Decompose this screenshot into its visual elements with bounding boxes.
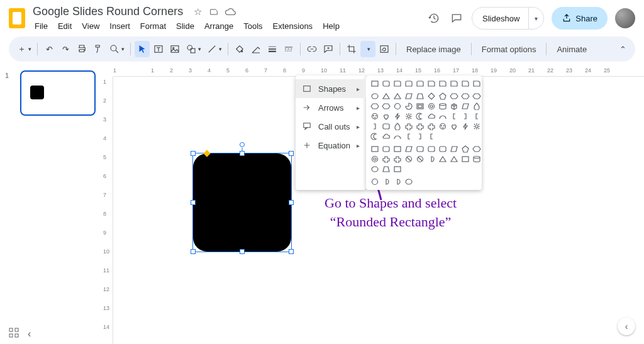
shape-option-smile[interactable]	[438, 122, 448, 131]
shape-option-rect[interactable]	[460, 155, 470, 164]
document-title[interactable]: Google Slides Round Corners	[30, 4, 186, 19]
shape-option-rrect[interactable]	[381, 122, 391, 131]
undo-button[interactable]: ↶	[42, 41, 57, 57]
shape-option-rrect[interactable]	[438, 145, 448, 153]
textbox-button[interactable]	[151, 41, 166, 57]
shape-option-snip[interactable]	[449, 79, 459, 88]
shape-option-ellipse[interactable]	[370, 92, 380, 101]
shape-option-donut[interactable]	[426, 102, 436, 111]
shape-option-cloud[interactable]	[381, 132, 391, 141]
shape-option-trap[interactable]	[381, 165, 391, 174]
menu-view[interactable]: View	[77, 20, 104, 32]
shape-option-tri[interactable]	[449, 155, 459, 164]
shape-option-diamond[interactable]	[426, 92, 436, 101]
menu-insert[interactable]: Insert	[105, 20, 135, 32]
history-icon[interactable]	[426, 11, 441, 26]
shape-option-tear[interactable]	[472, 102, 482, 111]
shape-option-ellipse[interactable]	[404, 177, 414, 186]
shape-option-round2[interactable]	[404, 79, 414, 88]
line-button[interactable]	[204, 41, 224, 57]
image-button[interactable]	[167, 41, 182, 57]
paint-format-button[interactable]	[91, 41, 106, 57]
shape-option-block[interactable]	[404, 155, 414, 164]
shape-option-tri[interactable]	[392, 92, 402, 101]
vertical-ruler[interactable]: 1234567891011121314	[101, 77, 113, 344]
shape-option-block[interactable]	[415, 155, 425, 164]
shape-option-plus[interactable]	[404, 122, 414, 131]
zoom-button[interactable]	[107, 41, 126, 57]
shape-option-tear[interactable]	[392, 122, 402, 131]
slideshow-dropdown[interactable]: ▾	[528, 8, 543, 29]
shape-option-pent[interactable]	[460, 145, 470, 153]
link-button[interactable]	[304, 41, 319, 57]
shape-option-donut[interactable]	[370, 155, 380, 164]
shape-option-paral[interactable]	[449, 145, 459, 153]
shape-option-rrect[interactable]	[381, 145, 391, 153]
comment-button[interactable]	[321, 41, 336, 57]
shape-option-can[interactable]	[438, 102, 448, 111]
shape-option-snip[interactable]	[460, 79, 470, 88]
menu-tools[interactable]: Tools	[239, 20, 267, 32]
select-tool-button[interactable]	[135, 41, 150, 57]
shape-option-hex[interactable]	[381, 102, 391, 111]
shape-option-half[interactable]	[426, 155, 436, 164]
menu-arrange[interactable]: Arrange	[200, 20, 238, 32]
shape-option-plus[interactable]	[415, 122, 425, 131]
mask-button[interactable]	[360, 41, 375, 57]
shape-option-brackl[interactable]	[426, 132, 436, 141]
shape-option-hex[interactable]	[460, 92, 470, 101]
resize-handle-se[interactable]	[289, 249, 294, 254]
shape-option-half[interactable]	[392, 177, 402, 186]
menu-edit[interactable]: Edit	[53, 20, 76, 32]
menu-format[interactable]: Format	[136, 20, 170, 32]
prev-slide-button[interactable]: ‹	[28, 328, 31, 340]
rounded-rectangle-shape[interactable]	[193, 153, 291, 252]
shape-option-plus[interactable]	[426, 122, 436, 131]
shape-option-moon[interactable]	[415, 112, 425, 121]
shape-option-can[interactable]	[472, 155, 482, 164]
fill-color-button[interactable]	[232, 41, 247, 57]
shape-option-bolt[interactable]	[392, 112, 402, 121]
shape-option-frame[interactable]	[415, 102, 425, 111]
rotate-handle[interactable]	[240, 142, 245, 147]
redo-button[interactable]: ↷	[58, 41, 73, 57]
shape-option-brackl[interactable]	[449, 112, 459, 121]
selected-shape[interactable]	[192, 153, 292, 252]
reset-image-button[interactable]	[377, 41, 392, 57]
shape-option-rrect[interactable]	[415, 145, 425, 153]
crop-button[interactable]	[344, 41, 359, 57]
star-icon[interactable]: ☆	[192, 6, 203, 18]
border-weight-button[interactable]	[265, 41, 280, 57]
shape-option-round2[interactable]	[415, 79, 425, 88]
menu-file[interactable]: File	[30, 20, 52, 32]
slide-canvas[interactable]: Shapes ▸ Arrows ▸ Call outs ▸	[117, 80, 638, 338]
shape-option-rect[interactable]	[370, 145, 380, 153]
menu-callouts[interactable]: Call outs ▸	[296, 117, 366, 136]
explore-fab[interactable]: ‹	[618, 318, 635, 335]
print-button[interactable]	[74, 41, 89, 57]
shape-option-sun[interactable]	[472, 122, 482, 131]
shape-option-snip[interactable]	[472, 79, 482, 88]
shape-option-half[interactable]	[381, 177, 391, 186]
menu-equation[interactable]: Equation ▸	[296, 136, 366, 155]
shape-option-rect[interactable]	[392, 145, 402, 153]
shape-option-tri[interactable]	[438, 155, 448, 164]
menu-arrows[interactable]: Arrows ▸	[296, 98, 366, 117]
shape-option-circle[interactable]	[392, 102, 402, 111]
shape-option-sun[interactable]	[404, 112, 414, 121]
slideshow-main[interactable]: Slideshow	[472, 8, 528, 29]
shape-option-circle[interactable]	[370, 177, 380, 186]
cloud-saved-icon[interactable]	[225, 6, 236, 18]
shape-option-round1[interactable]	[392, 79, 402, 88]
shape-option-pie[interactable]	[404, 102, 414, 111]
shape-option-brackl[interactable]	[472, 112, 482, 121]
resize-handle-sw[interactable]	[191, 249, 196, 254]
shape-option-brackr[interactable]	[460, 112, 470, 121]
shape-option-brackl[interactable]	[404, 132, 414, 141]
border-dash-button[interactable]	[281, 41, 296, 57]
shape-option-heart[interactable]	[381, 112, 391, 121]
account-avatar[interactable]	[615, 8, 635, 28]
animate-button[interactable]: Animate	[550, 45, 593, 54]
shape-option-snip[interactable]	[426, 79, 436, 88]
border-color-button[interactable]	[248, 41, 264, 57]
